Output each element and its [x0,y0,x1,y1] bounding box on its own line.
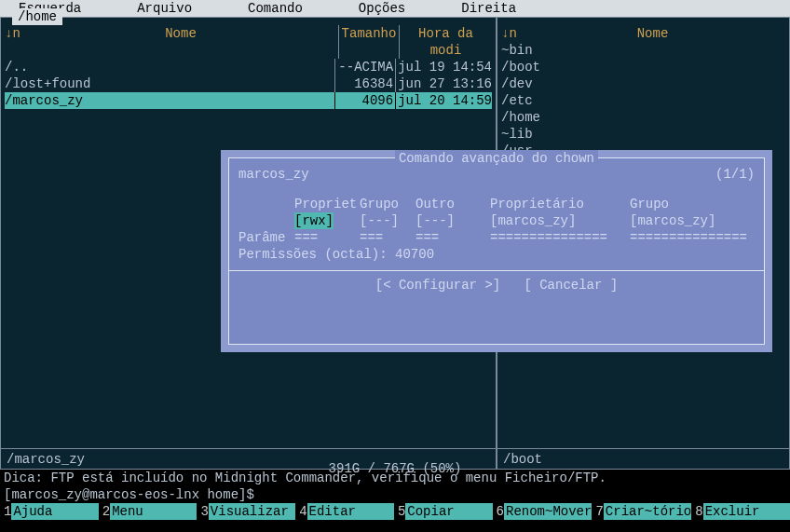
table-row[interactable]: /home [501,109,785,126]
perm-owner-field[interactable]: [rwx] [294,212,334,229]
table-row[interactable]: /lost+found16384jun 27 13:16 [5,75,492,92]
head-group-perm: Grupo [360,196,415,212]
fkey-1[interactable]: 1Ajuda [0,503,99,520]
menubar: Esquerda Arquivo Comando Opções Direita [0,0,790,17]
param-o: === [294,229,360,246]
owner-name-field[interactable]: [marcos_zy] [490,212,630,229]
group-name-field[interactable]: [marcos_zy] [630,212,742,229]
table-row[interactable]: /..--ACIMAjul 19 14:54 [5,59,492,75]
configure-button[interactable]: [< Configurar >] [375,278,500,293]
head-owner-name: Proprietário [490,196,630,212]
table-row[interactable]: ~lib [501,126,785,143]
fkey-4[interactable]: 4Editar [295,503,394,520]
col-time[interactable]: Hora da modi [399,25,492,59]
param-group: =============== [630,229,742,246]
dialog-title: Comando avançado do chown [395,150,598,167]
right-panel-footer: /boot [497,448,789,469]
fkey-7[interactable]: 7Criar~tório [592,503,691,520]
left-panel-header: ↓n Nome Tamanho Hora da modi [1,25,496,59]
fkey-2[interactable]: 2Menu [99,503,198,520]
col-size[interactable]: Tamanho [338,25,399,59]
perm-other-field[interactable]: [---] [415,212,490,229]
fkey-5[interactable]: 5Copiar [394,503,493,520]
param-x: === [415,229,490,246]
cancel-button[interactable]: [ Cancelar ] [524,278,618,293]
col-name[interactable]: Nome [520,25,785,42]
col-name[interactable]: Nome [23,25,338,59]
table-row[interactable]: /boot [501,59,785,75]
head-other-perm: Outro [415,196,490,212]
fkey-3[interactable]: 3Visualizar [197,503,295,520]
dialog-count: (1/1) [715,166,755,183]
octal-line: Permissões (octal): 40700 [238,246,755,263]
right-panel-header: ↓n Nome [497,25,789,42]
menu-command[interactable]: Comando [248,0,303,17]
col-n-icon[interactable]: ↓n [5,25,23,59]
table-row[interactable]: /marcos_zy4096jul 20 14:59 [5,92,492,109]
table-row[interactable]: /dev [501,75,785,92]
fkey-6[interactable]: 6Renom~Mover [493,503,592,520]
head-owner-perm: Propriet [294,196,360,212]
fkey-8[interactable]: 8Excluir [691,503,790,520]
param-owner: =============== [490,229,630,246]
col-n-icon[interactable]: ↓n [501,25,520,42]
function-keys: 1Ajuda2Menu3Visualizar4Editar5Copiar6Ren… [0,503,790,520]
menu-right[interactable]: Direita [461,0,516,17]
table-row[interactable]: /etc [501,92,785,109]
menu-options[interactable]: Opções [359,0,405,17]
dialog-filename: marcos_zy [238,166,309,183]
perm-group-field[interactable]: [---] [360,212,415,229]
head-group-name: Grupo [630,196,742,212]
shell-prompt[interactable]: [marcos_zy@marcos-eos-lnx home]$ [0,486,790,503]
menu-file[interactable]: Arquivo [137,0,192,17]
chown-dialog: Comando avançado do chown marcos_zy (1/1… [221,150,772,352]
table-row[interactable]: ~bin [501,42,785,59]
left-panel-path[interactable]: /home [12,8,62,25]
param-label: Parâme [238,229,294,246]
param-g: === [360,229,415,246]
